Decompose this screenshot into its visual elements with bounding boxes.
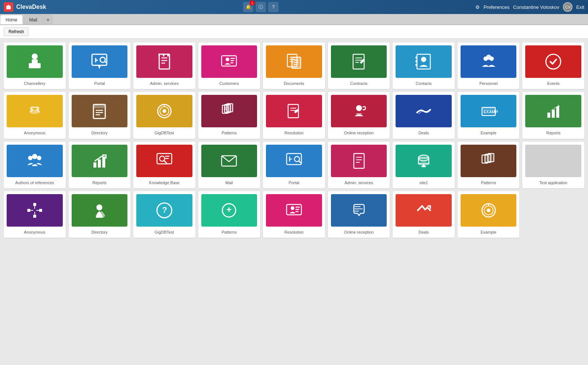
header: ClevaDesk 🔔 1 ⓘ ? ⚙ Preferences Constant… bbox=[0, 0, 588, 14]
logo-icon bbox=[4, 2, 13, 12]
app-label-admin-services: Admin. services bbox=[150, 81, 179, 86]
svg-rect-85 bbox=[354, 154, 364, 168]
app-icon-reports2 bbox=[72, 145, 128, 177]
app-icon-patterns3: + bbox=[201, 194, 257, 227]
svg-rect-44 bbox=[38, 111, 40, 112]
app-tile-gigdbtest[interactable]: GigDBTest bbox=[133, 92, 195, 138]
tab-mail[interactable]: Mail bbox=[24, 15, 43, 24]
svg-line-78 bbox=[164, 161, 167, 163]
app-tile-directory2[interactable]: ? Directory bbox=[69, 191, 131, 238]
svg-rect-117 bbox=[295, 211, 298, 212]
app-tile-reports[interactable]: Reports bbox=[522, 92, 584, 138]
app-label-admin-services2: Admin. services bbox=[345, 180, 373, 185]
app-icon-directory bbox=[72, 95, 128, 127]
svg-rect-116 bbox=[295, 209, 299, 210]
app-tile-admin-services[interactable]: Admin. services bbox=[133, 42, 195, 89]
app-tile-reports2[interactable]: Reports bbox=[69, 142, 131, 188]
app-tile-anonymous2[interactable]: Anonymous bbox=[4, 191, 66, 238]
app-tile-patterns2[interactable]: Patterns bbox=[458, 142, 520, 188]
app-tile-admin-services2[interactable]: Admin. services bbox=[328, 142, 390, 188]
info-button[interactable]: ⓘ bbox=[256, 2, 266, 12]
avatar[interactable]: CV bbox=[563, 2, 572, 12]
help-button[interactable]: ? bbox=[268, 2, 278, 12]
app-tile-portal2[interactable]: Portal bbox=[263, 142, 325, 188]
app-label-portal2: Portal bbox=[289, 180, 300, 185]
main-content: Chancellery Portal Admin. services Custo… bbox=[0, 39, 588, 241]
app-tile-mail[interactable]: Mail bbox=[198, 142, 260, 188]
app-tile-resolution[interactable]: Resolution bbox=[263, 92, 325, 138]
app-tile-deals[interactable]: Deals bbox=[393, 92, 455, 138]
preferences-link[interactable]: Preferences bbox=[483, 4, 509, 10]
svg-point-72 bbox=[37, 156, 41, 160]
app-tile-contacts[interactable]: Contacts bbox=[393, 42, 455, 89]
svg-rect-68 bbox=[552, 110, 555, 118]
tab-home[interactable]: Home bbox=[0, 15, 23, 24]
app-icon-chancellery bbox=[7, 45, 63, 78]
svg-rect-96 bbox=[488, 154, 494, 162]
app-tile-portal[interactable]: Portal bbox=[69, 42, 131, 89]
app-label-anonymous: Anonymous bbox=[24, 130, 45, 135]
app-tile-directory[interactable]: Directory bbox=[69, 92, 131, 138]
svg-rect-79 bbox=[165, 156, 170, 157]
svg-rect-13 bbox=[167, 54, 169, 56]
app-label-resolution: Resolution bbox=[284, 130, 304, 135]
app-icon-admin-services bbox=[136, 45, 192, 78]
toolbar: Refresh bbox=[0, 25, 588, 39]
svg-rect-75 bbox=[102, 156, 105, 168]
app-tile-deals2[interactable]: Deals bbox=[393, 191, 455, 238]
app-tile-online-reception[interactable]: Online reception bbox=[328, 92, 390, 138]
svg-rect-73 bbox=[93, 162, 96, 168]
app-icon-portal2 bbox=[266, 145, 322, 177]
app-icon-mail bbox=[201, 145, 257, 177]
notification-button[interactable]: 🔔 1 bbox=[243, 2, 253, 12]
svg-rect-11 bbox=[158, 54, 160, 56]
user-name[interactable]: Constantine Voloskov bbox=[513, 4, 559, 10]
app-label-mail: Mail bbox=[225, 180, 233, 185]
svg-point-39 bbox=[546, 54, 561, 69]
app-label-gigdbtest2: GigDBTest bbox=[155, 230, 174, 235]
app-tile-gigdbtest2[interactable]: ? GigDBTest bbox=[133, 191, 195, 238]
app-tile-documents[interactable]: Documents bbox=[263, 42, 325, 89]
app-icon-anonymous2 bbox=[7, 194, 63, 227]
app-label-contacts: Contacts bbox=[416, 81, 431, 86]
svg-rect-18 bbox=[230, 62, 233, 63]
app-label-test-application: Test application bbox=[539, 180, 567, 185]
app-tile-site1[interactable]: site1 bbox=[393, 142, 455, 188]
app-tile-authors-of-references[interactable]: Authors of references bbox=[4, 142, 66, 188]
app-label-portal: Portal bbox=[94, 81, 105, 86]
app-tile-customers[interactable]: Customers bbox=[198, 42, 260, 89]
svg-rect-74 bbox=[98, 159, 101, 168]
svg-rect-99 bbox=[39, 209, 42, 212]
app-tile-test-application[interactable]: Test application bbox=[522, 142, 584, 188]
app-tile-knowledge-base[interactable]: Knowledge Base bbox=[133, 142, 195, 188]
app-tile-chancellery[interactable]: Chancellery bbox=[4, 42, 66, 89]
app-label-deals: Deals bbox=[418, 130, 429, 135]
app-label-patterns: Patterns bbox=[222, 130, 237, 135]
app-tile-resolution2[interactable]: Resolution bbox=[263, 191, 325, 238]
svg-rect-43 bbox=[30, 111, 32, 112]
info-icon: ⓘ bbox=[259, 4, 263, 10]
app-label-directory: Directory bbox=[91, 130, 107, 135]
app-label-patterns3: Patterns bbox=[222, 230, 237, 235]
app-tile-anonymous[interactable]: Anonymous bbox=[4, 92, 66, 138]
refresh-button[interactable]: Refresh bbox=[4, 27, 29, 36]
tab-add-button[interactable]: + bbox=[44, 15, 52, 24]
app-tile-patterns3[interactable]: + Patterns bbox=[198, 191, 260, 238]
svg-point-70 bbox=[28, 156, 33, 160]
app-tile-patterns[interactable]: Patterns bbox=[198, 92, 260, 138]
app-tile-example2[interactable]: Example bbox=[458, 191, 520, 238]
app-tile-contracts[interactable]: Contracts bbox=[328, 42, 390, 89]
app-tile-online-reception2[interactable]: Online reception bbox=[328, 191, 390, 238]
svg-rect-115 bbox=[295, 207, 300, 208]
help-icon: ? bbox=[272, 4, 275, 10]
app-tile-example[interactable]: EXAMPLES Example bbox=[458, 92, 520, 138]
app-label-patterns2: Patterns bbox=[481, 180, 496, 185]
app-tile-events[interactable]: Events bbox=[522, 42, 584, 89]
apps-grid: Chancellery Portal Admin. services Custo… bbox=[4, 42, 584, 238]
app-label-anonymous2: Anonymous bbox=[24, 230, 45, 235]
app-label-site1: site1 bbox=[419, 180, 428, 185]
exit-button[interactable]: Exit bbox=[576, 4, 584, 10]
app-tile-personnel[interactable]: Personnel bbox=[458, 42, 520, 89]
app-icon-deals bbox=[396, 95, 452, 127]
app-label-online-reception2: Online reception bbox=[344, 230, 373, 235]
